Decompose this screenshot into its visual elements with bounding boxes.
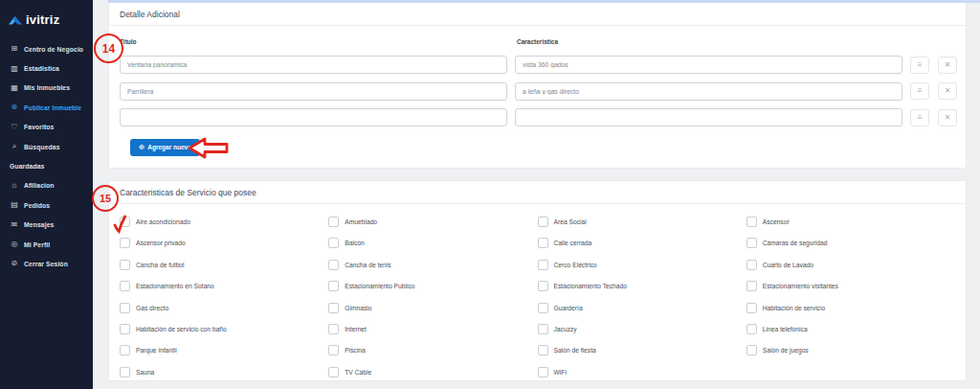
- service-option-salon-de-juegos: Salón de juegos: [746, 345, 955, 355]
- service-checkbox[interactable]: [120, 324, 130, 334]
- sidebar-item-favoritos[interactable]: ♡ Favoritos: [0, 118, 93, 137]
- detalle-row: ≡ ✕: [120, 56, 966, 74]
- service-checkbox[interactable]: [746, 345, 757, 355]
- row-reorder-button[interactable]: ≡: [910, 82, 929, 100]
- sidebar-item-label: Mis Inmuebles: [24, 84, 70, 91]
- row-reorder-button[interactable]: ≡: [910, 109, 929, 126]
- sidebar-item-guardadas[interactable]: Guardadas: [0, 156, 93, 175]
- sidebar-item-afiliacion[interactable]: ⌂ Afiliacion: [0, 176, 93, 195]
- search-icon: ⌕: [10, 143, 19, 150]
- sidebar-item-label: Mi Perfil: [24, 241, 50, 248]
- service-checkbox[interactable]: [328, 303, 339, 313]
- service-option-ascensor: Ascensor: [746, 217, 955, 227]
- service-checkbox[interactable]: [746, 217, 757, 227]
- service-label: Gas directo: [136, 305, 168, 311]
- sidebar-item-busquedas[interactable]: ⌕ Búsquedas: [0, 137, 93, 156]
- sidebar-item-publicar-inmueble[interactable]: ⊕ Publicar Inmueble: [0, 98, 93, 117]
- service-label: Jacuzzy: [554, 326, 577, 332]
- row-delete-button[interactable]: ✕: [938, 82, 957, 100]
- service-checkbox[interactable]: [746, 303, 757, 313]
- service-checkbox[interactable]: [120, 260, 130, 270]
- service-option-cuarto-de-lavado: Cuarto de Lavado: [746, 260, 955, 270]
- service-checkbox[interactable]: [328, 367, 339, 378]
- service-checkbox[interactable]: [746, 324, 757, 334]
- row-delete-button[interactable]: ✕: [938, 109, 957, 126]
- caracteristica-input[interactable]: [515, 82, 902, 101]
- service-checkbox[interactable]: [328, 324, 339, 334]
- service-checkbox[interactable]: [746, 238, 757, 248]
- sidebar-item-label: Afiliacion: [24, 182, 55, 189]
- titulo-input[interactable]: [120, 56, 507, 74]
- service-option-camaras-de-seguridad: Cámaras de seguridad: [746, 238, 955, 248]
- service-option-estacionamiento-publico: Estacionamiento Publico: [328, 281, 537, 291]
- service-label: Salón de fiesta: [554, 347, 596, 354]
- brand-logo[interactable]: ivitriz: [0, 0, 93, 34]
- service-checkbox[interactable]: [120, 303, 130, 313]
- service-checkbox[interactable]: [328, 217, 339, 227]
- sidebar-item-label: Guardadas: [10, 163, 44, 170]
- service-checkbox[interactable]: [328, 238, 339, 248]
- service-option-parque-infantil: Parque infantil: [120, 345, 328, 355]
- service-checkbox[interactable]: [328, 260, 339, 270]
- sidebar-item-label: Publicar Inmueble: [24, 104, 81, 111]
- row-delete-button[interactable]: ✕: [938, 57, 957, 74]
- detalle-column-headers: Titulo Caracteristica: [120, 38, 966, 45]
- service-option-linea-telefonica: Linea telefonica: [746, 324, 955, 334]
- service-label: Ascensor privado: [136, 240, 186, 246]
- close-icon: ✕: [945, 87, 951, 95]
- sidebar-item-centro-de-negocio[interactable]: ⊞ Centro de Negocio: [0, 39, 93, 58]
- sidebar-item-mi-perfil[interactable]: ◎ Mi Perfil: [0, 235, 93, 254]
- service-checkbox[interactable]: [538, 281, 548, 291]
- service-label: Parque infantil: [136, 347, 177, 354]
- step-14-annotation: 14: [94, 34, 123, 63]
- sidebar-item-pedidos[interactable]: ▤ Pedidos: [0, 195, 93, 215]
- service-checkbox[interactable]: [328, 345, 339, 355]
- service-checkbox[interactable]: [538, 303, 548, 313]
- caracteristica-input[interactable]: [515, 108, 902, 126]
- detalle-row: ≡ ✕: [120, 82, 966, 101]
- page: ivitriz ⊞ Centro de Negocio ▥ Estadistic…: [0, 0, 980, 389]
- row-reorder-button[interactable]: ≡: [910, 57, 929, 74]
- heart-icon: ♡: [10, 124, 19, 131]
- service-option-ascensor-privado: Ascensor privado: [120, 238, 328, 248]
- service-label: WiFi: [554, 369, 567, 376]
- service-checkbox[interactable]: [120, 238, 130, 248]
- sidebar-item-mensajes[interactable]: ✉ Mensajes: [0, 216, 93, 235]
- step-15-annotation: 15: [92, 185, 119, 212]
- sidebar-item-cerrar-sesion[interactable]: ⊘ Cerrar Sesión: [0, 254, 93, 273]
- drag-handle-icon: ≡: [918, 87, 923, 95]
- sidebar-item-label: Favoritos: [24, 124, 55, 130]
- service-checkbox[interactable]: [538, 260, 548, 270]
- service-checkbox[interactable]: [746, 281, 757, 291]
- service-label: Aire acondicionado: [136, 218, 190, 225]
- service-option-habitacion-de-servicio: Habitación de servicio: [746, 303, 955, 313]
- user-icon: ◎: [10, 240, 19, 248]
- titulo-input[interactable]: [120, 82, 507, 101]
- service-checkbox[interactable]: [120, 367, 130, 378]
- service-checkbox[interactable]: [538, 324, 548, 334]
- service-checkbox[interactable]: [538, 367, 548, 378]
- service-checkbox[interactable]: [538, 345, 548, 355]
- service-label: Linea telefonica: [763, 326, 808, 332]
- service-option-internet: Internet: [328, 324, 537, 334]
- service-checkbox[interactable]: [538, 238, 548, 248]
- sidebar-item-mis-inmuebles[interactable]: ▦ Mis Inmuebles: [0, 79, 93, 98]
- caracteristica-input[interactable]: [515, 56, 902, 74]
- service-option-jacuzzy: Jacuzzy: [538, 324, 746, 334]
- service-label: Estacionamiento Publico: [345, 283, 414, 289]
- service-checkbox[interactable]: [120, 281, 130, 291]
- sidebar-item-estadistica[interactable]: ▥ Estadistica: [0, 58, 93, 78]
- titulo-input[interactable]: [120, 108, 507, 126]
- servicios-title: Caracteristicas de Servicio que posee: [109, 181, 966, 204]
- service-checkbox[interactable]: [120, 345, 130, 355]
- service-label: Piscina: [345, 347, 366, 354]
- chart-icon: ▥: [10, 65, 19, 73]
- close-icon: ✕: [945, 61, 951, 69]
- service-option-calle-cerrada: Calle cerrada: [538, 238, 746, 248]
- service-checkbox[interactable]: [746, 260, 757, 270]
- service-option-gas-directo: Gas directo: [120, 303, 328, 313]
- service-checkbox[interactable]: [328, 281, 339, 291]
- service-checkbox[interactable]: [538, 217, 548, 227]
- service-label: Area Social: [554, 218, 587, 225]
- service-option-salon-de-fiesta: Salón de fiesta: [538, 345, 746, 355]
